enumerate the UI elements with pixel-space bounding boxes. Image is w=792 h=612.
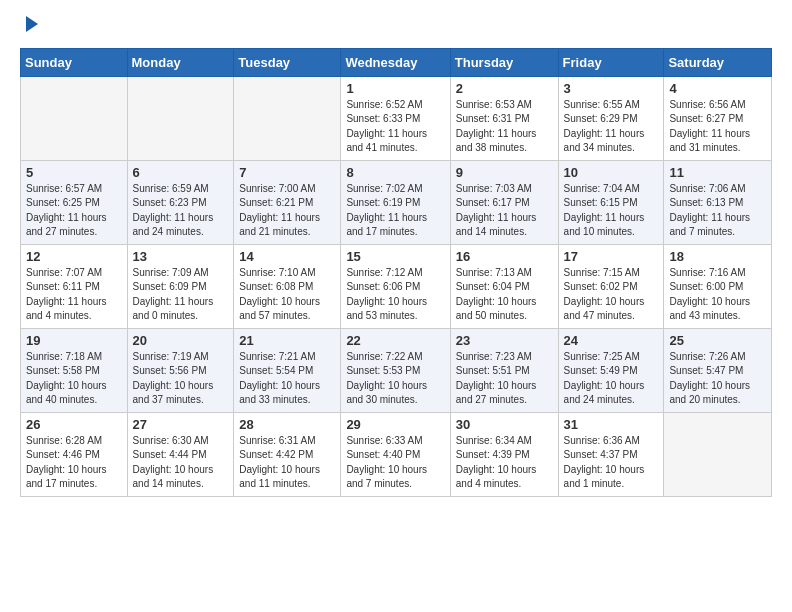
- day-info: Sunrise: 6:53 AM Sunset: 6:31 PM Dayligh…: [456, 98, 553, 156]
- calendar-cell: 29Sunrise: 6:33 AM Sunset: 4:40 PM Dayli…: [341, 412, 450, 496]
- calendar-cell: [127, 76, 234, 160]
- calendar-cell: 31Sunrise: 6:36 AM Sunset: 4:37 PM Dayli…: [558, 412, 664, 496]
- day-info: Sunrise: 6:56 AM Sunset: 6:27 PM Dayligh…: [669, 98, 766, 156]
- calendar-week-row: 12Sunrise: 7:07 AM Sunset: 6:11 PM Dayli…: [21, 244, 772, 328]
- calendar-cell: 8Sunrise: 7:02 AM Sunset: 6:19 PM Daylig…: [341, 160, 450, 244]
- day-info: Sunrise: 7:22 AM Sunset: 5:53 PM Dayligh…: [346, 350, 444, 408]
- day-info: Sunrise: 7:16 AM Sunset: 6:00 PM Dayligh…: [669, 266, 766, 324]
- day-info: Sunrise: 7:09 AM Sunset: 6:09 PM Dayligh…: [133, 266, 229, 324]
- day-number: 10: [564, 165, 659, 180]
- calendar-week-row: 26Sunrise: 6:28 AM Sunset: 4:46 PM Dayli…: [21, 412, 772, 496]
- calendar-cell: 26Sunrise: 6:28 AM Sunset: 4:46 PM Dayli…: [21, 412, 128, 496]
- day-number: 7: [239, 165, 335, 180]
- day-number: 22: [346, 333, 444, 348]
- day-info: Sunrise: 6:34 AM Sunset: 4:39 PM Dayligh…: [456, 434, 553, 492]
- day-info: Sunrise: 7:00 AM Sunset: 6:21 PM Dayligh…: [239, 182, 335, 240]
- calendar-cell: 15Sunrise: 7:12 AM Sunset: 6:06 PM Dayli…: [341, 244, 450, 328]
- day-number: 19: [26, 333, 122, 348]
- logo: [20, 16, 38, 36]
- calendar-header-monday: Monday: [127, 48, 234, 76]
- calendar-cell: 25Sunrise: 7:26 AM Sunset: 5:47 PM Dayli…: [664, 328, 772, 412]
- calendar-cell: [664, 412, 772, 496]
- day-number: 29: [346, 417, 444, 432]
- day-number: 11: [669, 165, 766, 180]
- calendar-cell: [21, 76, 128, 160]
- day-number: 9: [456, 165, 553, 180]
- day-info: Sunrise: 7:26 AM Sunset: 5:47 PM Dayligh…: [669, 350, 766, 408]
- day-number: 2: [456, 81, 553, 96]
- day-number: 27: [133, 417, 229, 432]
- day-info: Sunrise: 6:28 AM Sunset: 4:46 PM Dayligh…: [26, 434, 122, 492]
- day-info: Sunrise: 7:19 AM Sunset: 5:56 PM Dayligh…: [133, 350, 229, 408]
- calendar-header-saturday: Saturday: [664, 48, 772, 76]
- calendar-cell: [234, 76, 341, 160]
- calendar-cell: 11Sunrise: 7:06 AM Sunset: 6:13 PM Dayli…: [664, 160, 772, 244]
- day-info: Sunrise: 6:33 AM Sunset: 4:40 PM Dayligh…: [346, 434, 444, 492]
- calendar-cell: 7Sunrise: 7:00 AM Sunset: 6:21 PM Daylig…: [234, 160, 341, 244]
- day-info: Sunrise: 7:15 AM Sunset: 6:02 PM Dayligh…: [564, 266, 659, 324]
- day-number: 12: [26, 249, 122, 264]
- day-info: Sunrise: 7:21 AM Sunset: 5:54 PM Dayligh…: [239, 350, 335, 408]
- calendar-cell: 4Sunrise: 6:56 AM Sunset: 6:27 PM Daylig…: [664, 76, 772, 160]
- day-info: Sunrise: 7:23 AM Sunset: 5:51 PM Dayligh…: [456, 350, 553, 408]
- calendar-header-sunday: Sunday: [21, 48, 128, 76]
- calendar-header-thursday: Thursday: [450, 48, 558, 76]
- day-info: Sunrise: 7:12 AM Sunset: 6:06 PM Dayligh…: [346, 266, 444, 324]
- day-info: Sunrise: 6:30 AM Sunset: 4:44 PM Dayligh…: [133, 434, 229, 492]
- day-info: Sunrise: 7:13 AM Sunset: 6:04 PM Dayligh…: [456, 266, 553, 324]
- calendar-cell: 6Sunrise: 6:59 AM Sunset: 6:23 PM Daylig…: [127, 160, 234, 244]
- calendar-cell: 10Sunrise: 7:04 AM Sunset: 6:15 PM Dayli…: [558, 160, 664, 244]
- day-number: 17: [564, 249, 659, 264]
- calendar-header-friday: Friday: [558, 48, 664, 76]
- day-number: 14: [239, 249, 335, 264]
- day-info: Sunrise: 6:57 AM Sunset: 6:25 PM Dayligh…: [26, 182, 122, 240]
- day-info: Sunrise: 7:18 AM Sunset: 5:58 PM Dayligh…: [26, 350, 122, 408]
- day-info: Sunrise: 6:59 AM Sunset: 6:23 PM Dayligh…: [133, 182, 229, 240]
- header: [20, 16, 772, 36]
- day-info: Sunrise: 7:07 AM Sunset: 6:11 PM Dayligh…: [26, 266, 122, 324]
- day-number: 31: [564, 417, 659, 432]
- calendar-header-tuesday: Tuesday: [234, 48, 341, 76]
- calendar-cell: 5Sunrise: 6:57 AM Sunset: 6:25 PM Daylig…: [21, 160, 128, 244]
- day-number: 18: [669, 249, 766, 264]
- calendar-cell: 30Sunrise: 6:34 AM Sunset: 4:39 PM Dayli…: [450, 412, 558, 496]
- calendar-table: SundayMondayTuesdayWednesdayThursdayFrid…: [20, 48, 772, 497]
- day-info: Sunrise: 6:31 AM Sunset: 4:42 PM Dayligh…: [239, 434, 335, 492]
- day-info: Sunrise: 7:06 AM Sunset: 6:13 PM Dayligh…: [669, 182, 766, 240]
- logo-arrow-icon: [26, 16, 38, 32]
- day-number: 26: [26, 417, 122, 432]
- day-number: 6: [133, 165, 229, 180]
- day-number: 13: [133, 249, 229, 264]
- calendar-cell: 21Sunrise: 7:21 AM Sunset: 5:54 PM Dayli…: [234, 328, 341, 412]
- calendar-cell: 22Sunrise: 7:22 AM Sunset: 5:53 PM Dayli…: [341, 328, 450, 412]
- calendar-cell: 19Sunrise: 7:18 AM Sunset: 5:58 PM Dayli…: [21, 328, 128, 412]
- calendar-cell: 16Sunrise: 7:13 AM Sunset: 6:04 PM Dayli…: [450, 244, 558, 328]
- calendar-header-wednesday: Wednesday: [341, 48, 450, 76]
- day-number: 21: [239, 333, 335, 348]
- calendar-cell: 20Sunrise: 7:19 AM Sunset: 5:56 PM Dayli…: [127, 328, 234, 412]
- calendar-week-row: 5Sunrise: 6:57 AM Sunset: 6:25 PM Daylig…: [21, 160, 772, 244]
- page: SundayMondayTuesdayWednesdayThursdayFrid…: [0, 0, 792, 513]
- day-number: 23: [456, 333, 553, 348]
- calendar-week-row: 19Sunrise: 7:18 AM Sunset: 5:58 PM Dayli…: [21, 328, 772, 412]
- day-number: 16: [456, 249, 553, 264]
- day-info: Sunrise: 7:03 AM Sunset: 6:17 PM Dayligh…: [456, 182, 553, 240]
- day-number: 1: [346, 81, 444, 96]
- calendar-cell: 24Sunrise: 7:25 AM Sunset: 5:49 PM Dayli…: [558, 328, 664, 412]
- day-info: Sunrise: 7:10 AM Sunset: 6:08 PM Dayligh…: [239, 266, 335, 324]
- day-number: 15: [346, 249, 444, 264]
- day-number: 30: [456, 417, 553, 432]
- day-info: Sunrise: 6:52 AM Sunset: 6:33 PM Dayligh…: [346, 98, 444, 156]
- day-info: Sunrise: 6:55 AM Sunset: 6:29 PM Dayligh…: [564, 98, 659, 156]
- day-number: 4: [669, 81, 766, 96]
- day-number: 8: [346, 165, 444, 180]
- calendar-cell: 3Sunrise: 6:55 AM Sunset: 6:29 PM Daylig…: [558, 76, 664, 160]
- calendar-week-row: 1Sunrise: 6:52 AM Sunset: 6:33 PM Daylig…: [21, 76, 772, 160]
- day-info: Sunrise: 7:25 AM Sunset: 5:49 PM Dayligh…: [564, 350, 659, 408]
- day-number: 28: [239, 417, 335, 432]
- day-number: 3: [564, 81, 659, 96]
- calendar-cell: 23Sunrise: 7:23 AM Sunset: 5:51 PM Dayli…: [450, 328, 558, 412]
- day-info: Sunrise: 7:02 AM Sunset: 6:19 PM Dayligh…: [346, 182, 444, 240]
- calendar-cell: 14Sunrise: 7:10 AM Sunset: 6:08 PM Dayli…: [234, 244, 341, 328]
- day-number: 5: [26, 165, 122, 180]
